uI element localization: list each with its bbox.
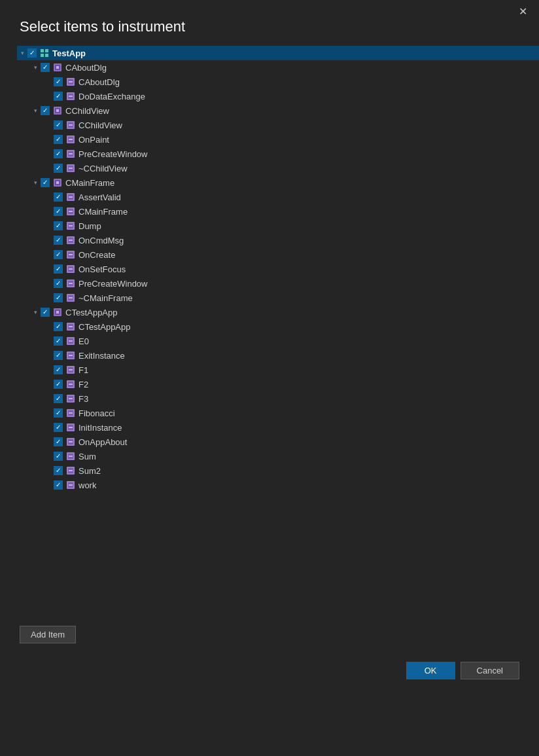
checkbox-cchildview-ctor[interactable] xyxy=(54,120,63,130)
tree-method-onsetfocus[interactable]: ▾ OnSetFocus xyxy=(17,262,539,276)
svg-rect-1 xyxy=(45,49,48,52)
checkbox-e0[interactable] xyxy=(54,336,63,346)
checkbox-onpaint[interactable] xyxy=(54,135,63,144)
tree-scroll-area[interactable]: ▾ TestApp ▾ CAboutDlg ▾ CA xyxy=(10,46,539,615)
tree-method-dodataexchange[interactable]: ▾ DoDataExchange xyxy=(17,89,539,103)
checkbox-assertvalid[interactable] xyxy=(54,192,63,202)
checkbox-dodataexchange[interactable] xyxy=(54,92,63,101)
svg-rect-63 xyxy=(69,340,73,342)
tree-method-dtor-cchildview[interactable]: ▾ ~CChildView xyxy=(17,161,539,175)
checkbox-sum[interactable] xyxy=(54,452,63,461)
tree-method-cmainframe-ctor[interactable]: ▾ CMainFrame xyxy=(17,204,539,219)
checkbox-cchildview[interactable] xyxy=(41,106,50,115)
checkbox-f3[interactable] xyxy=(54,394,63,403)
expander-caboutdlg[interactable]: ▾ xyxy=(30,62,41,73)
checkbox-precreatewindow2[interactable] xyxy=(54,279,63,288)
checkbox-cmainframe[interactable] xyxy=(41,178,50,187)
tree-method-precreatewindow1[interactable]: ▾ PreCreateWindow xyxy=(17,147,539,161)
method-icon-24 xyxy=(65,451,76,461)
tree-class-cchildview[interactable]: ▾ CChildView xyxy=(17,103,539,118)
checkbox-caboutdlg-ctor[interactable] xyxy=(54,77,63,86)
tree-method-oncmdmsg[interactable]: ▾ OnCmdMsg xyxy=(17,233,539,247)
checkbox-work[interactable] xyxy=(54,480,63,490)
tree-class-caboutdlg[interactable]: ▾ CAboutDlg xyxy=(17,60,539,75)
tree-method-sum[interactable]: ▾ Sum xyxy=(17,449,539,463)
svg-rect-54 xyxy=(69,297,73,298)
method-icon-10 xyxy=(65,235,76,245)
tree-method-caboutdlg-ctor[interactable]: ▾ CAboutDlg xyxy=(17,75,539,89)
method-icon-12 xyxy=(65,264,76,274)
svg-rect-78 xyxy=(69,412,73,414)
tree-method-oncreate[interactable]: ▾ OnCreate xyxy=(17,247,539,262)
expander-cchildview[interactable]: ▾ xyxy=(30,105,41,116)
cancel-button[interactable]: Cancel xyxy=(461,662,519,679)
tree-method-sum2[interactable]: ▾ Sum2 xyxy=(17,463,539,478)
svg-rect-51 xyxy=(69,283,73,284)
svg-rect-39 xyxy=(69,225,73,226)
checkbox-fibonacci[interactable] xyxy=(54,408,63,418)
checkbox-oncmdmsg[interactable] xyxy=(54,236,63,245)
checkbox-cmainframe-ctor[interactable] xyxy=(54,207,63,216)
checkbox-root[interactable] xyxy=(27,48,37,58)
tree-method-fibonacci[interactable]: ▾ Fibonacci xyxy=(17,406,539,420)
tree-method-e0[interactable]: ▾ E0 xyxy=(17,334,539,348)
tree-method-dump[interactable]: ▾ Dump xyxy=(17,219,539,233)
expander-ctestappapp[interactable]: ▾ xyxy=(30,307,41,317)
checkbox-onsetfocus[interactable] xyxy=(54,264,63,274)
checkbox-dump[interactable] xyxy=(54,221,63,230)
expander-cmainframe[interactable]: ▾ xyxy=(30,177,41,188)
checkbox-sum2[interactable] xyxy=(54,466,63,475)
checkbox-caboutdlg[interactable] xyxy=(41,63,50,72)
tree-method-assertvalid[interactable]: ▾ AssertValid xyxy=(17,190,539,204)
tree-class-cmainframe[interactable]: ▾ CMainFrame xyxy=(17,175,539,190)
tree-method-dtor-cmainframe[interactable]: ▾ ~CMainFrame xyxy=(17,291,539,305)
checkbox-f1[interactable] xyxy=(54,365,63,374)
tree-class-ctestappapp[interactable]: ▾ CTestAppApp xyxy=(17,305,539,319)
class-icon-caboutdlg xyxy=(52,62,63,73)
label-sum: Sum xyxy=(78,452,96,461)
svg-rect-12 xyxy=(69,96,73,97)
checkbox-dtor-cchildview[interactable] xyxy=(54,164,63,173)
tree-method-exitinstance[interactable]: ▾ ExitInstance xyxy=(17,348,539,363)
ok-button[interactable]: OK xyxy=(406,662,455,679)
close-button[interactable]: ✕ xyxy=(515,5,531,18)
tree-method-ctestappapp-ctor[interactable]: ▾ CTestAppApp xyxy=(17,319,539,334)
method-icon-13 xyxy=(65,278,76,289)
tree-method-f3[interactable]: ▾ F3 xyxy=(17,391,539,406)
expander-root[interactable]: ▾ xyxy=(17,48,27,58)
label-ctestappapp: CTestAppApp xyxy=(65,308,118,317)
svg-rect-2 xyxy=(41,54,44,57)
add-item-button[interactable]: Add Item xyxy=(20,626,76,643)
checkbox-f2[interactable] xyxy=(54,380,63,389)
checkbox-ctestappapp[interactable] xyxy=(41,308,50,317)
checkbox-exitinstance[interactable] xyxy=(54,351,63,360)
tree-method-f2[interactable]: ▾ F2 xyxy=(17,377,539,391)
checkbox-onappabout[interactable] xyxy=(54,437,63,446)
class-icon-cchildview xyxy=(52,105,63,116)
tree-method-initinstance[interactable]: ▾ InitInstance xyxy=(17,420,539,435)
checkbox-dtor-cmainframe[interactable] xyxy=(54,293,63,302)
tree-method-precreatewindow2[interactable]: ▾ PreCreateWindow xyxy=(17,276,539,291)
checkbox-oncreate[interactable] xyxy=(54,250,63,259)
method-icon-11 xyxy=(65,249,76,260)
svg-rect-60 xyxy=(69,326,73,327)
checkbox-initinstance[interactable] xyxy=(54,423,63,432)
method-icon-16 xyxy=(65,336,76,346)
label-oncreate: OnCreate xyxy=(78,250,115,260)
label-cmainframe: CMainFrame xyxy=(65,178,114,188)
svg-rect-57 xyxy=(56,311,59,314)
tree-method-work[interactable]: ▾ work xyxy=(17,478,539,492)
method-icon-6 xyxy=(65,163,76,173)
svg-rect-93 xyxy=(69,484,73,486)
checkbox-precreatewindow1[interactable] xyxy=(54,149,63,158)
checkbox-ctestappapp-ctor[interactable] xyxy=(54,322,63,331)
tree-method-f1[interactable]: ▾ F1 xyxy=(17,363,539,377)
tree-method-onpaint[interactable]: ▾ OnPaint xyxy=(17,132,539,147)
tree-root[interactable]: ▾ TestApp xyxy=(17,46,539,60)
label-oncmdmsg: OnCmdMsg xyxy=(78,236,124,245)
svg-rect-0 xyxy=(41,49,44,52)
class-icon-cmainframe xyxy=(52,177,63,188)
tree-method-cchildview-ctor[interactable]: ▾ CChildView xyxy=(17,118,539,132)
svg-rect-42 xyxy=(69,240,73,241)
tree-method-onappabout[interactable]: ▾ OnAppAbout xyxy=(17,435,539,449)
